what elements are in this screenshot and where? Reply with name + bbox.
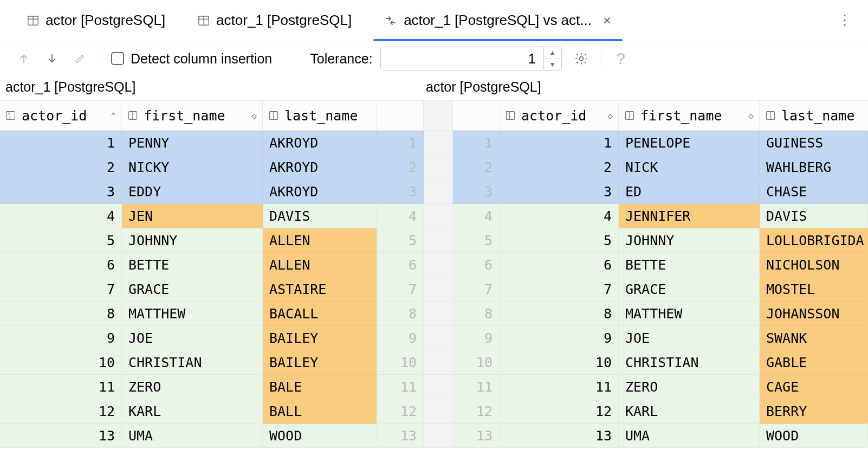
pane-splitter[interactable] xyxy=(424,101,453,130)
row-number-left: 7 xyxy=(377,277,424,302)
cell-actor-id: 13 xyxy=(500,424,619,448)
tolerance-field: ▲ ▼ xyxy=(380,47,562,71)
row-number-left: 5 xyxy=(377,228,424,253)
cell-last-name: DAVIS xyxy=(263,204,377,228)
pane-splitter[interactable] xyxy=(424,131,453,155)
table-row[interactable]: 8MATTHEWBACALL888MATTHEWJOHANSSON xyxy=(0,302,868,326)
cell-actor-id: 4 xyxy=(500,204,619,228)
pane-splitter[interactable] xyxy=(424,204,453,228)
column-header-first-name-right[interactable]: first_name ◇ xyxy=(619,101,760,130)
cell-last-name: WOOD xyxy=(760,424,868,448)
cell-last-name: CHASE xyxy=(760,180,868,204)
cell-first-name: PENELOPE xyxy=(619,131,760,155)
cell-last-name: BAILEY xyxy=(263,326,377,350)
cell-actor-id: 3 xyxy=(500,180,619,204)
table-row[interactable]: 2NICKYAKROYD222NICKWAHLBERG xyxy=(0,155,868,180)
edit-button[interactable] xyxy=(72,50,89,67)
table-row[interactable]: 12KARLBALL121212KARLBERRY xyxy=(0,399,868,424)
pane-splitter[interactable] xyxy=(424,375,453,399)
table-row[interactable]: 11ZEROBALE111111ZEROCAGE xyxy=(0,375,868,399)
column-header-actor-id-left[interactable]: actor_id ⌃ xyxy=(0,101,122,130)
tab-diff[interactable]: actor_1 [PostgreSQL] vs act... ✕ xyxy=(368,0,628,41)
cell-actor-id: 1 xyxy=(500,131,619,155)
column-label: actor_id xyxy=(22,108,87,124)
tab-bar: actor [PostgreSQL] actor_1 [PostgreSQL] … xyxy=(0,0,868,41)
cell-first-name: ZERO xyxy=(122,375,263,399)
cell-first-name: JEN xyxy=(122,204,263,228)
tab-actor[interactable]: actor [PostgreSQL] xyxy=(11,0,182,41)
table-row[interactable]: 7GRACEASTAIRE777GRACEMOSTEL xyxy=(0,277,868,302)
pane-splitter[interactable] xyxy=(424,350,453,375)
cell-actor-id: 5 xyxy=(500,228,619,253)
cell-actor-id: 3 xyxy=(0,180,122,204)
right-pane-title: actor [PostgreSQL] xyxy=(424,76,541,100)
table-row[interactable]: 10CHRISTIANBAILEY101010CHRISTIANGABLE xyxy=(0,350,868,375)
cell-actor-id: 5 xyxy=(0,228,122,253)
cell-first-name: JOHNNY xyxy=(619,228,760,253)
cell-actor-id: 7 xyxy=(0,277,122,302)
row-number-left: 8 xyxy=(377,302,424,326)
column-header-last-name-right[interactable]: last_name xyxy=(760,101,868,130)
svg-rect-14 xyxy=(507,112,515,120)
cell-first-name: KARL xyxy=(122,399,263,424)
table-row[interactable]: 9JOEBAILEY999JOESWANK xyxy=(0,326,868,350)
tab-actor-1[interactable]: actor_1 [PostgreSQL] xyxy=(182,0,368,41)
next-diff-button[interactable] xyxy=(43,50,61,67)
cell-actor-id: 1 xyxy=(0,131,122,155)
pane-splitter[interactable] xyxy=(424,277,453,302)
pane-splitter[interactable] xyxy=(424,424,453,448)
cell-last-name: GABLE xyxy=(760,350,868,375)
row-number-left: 6 xyxy=(377,253,424,277)
cell-last-name: ASTAIRE xyxy=(263,277,377,302)
cell-actor-id: 6 xyxy=(0,253,122,277)
cell-actor-id: 10 xyxy=(500,350,619,375)
row-number-right: 11 xyxy=(453,375,500,399)
cell-first-name: GRACE xyxy=(619,277,760,302)
pane-splitter[interactable] xyxy=(424,326,453,350)
pane-splitter[interactable] xyxy=(424,228,453,253)
cell-last-name: WOOD xyxy=(263,424,377,448)
pane-splitter[interactable] xyxy=(424,180,453,204)
sort-icon: ◇ xyxy=(748,111,754,121)
svg-point-16 xyxy=(508,113,509,114)
row-number-left: 12 xyxy=(377,399,424,424)
cell-actor-id: 4 xyxy=(0,204,122,228)
arrow-down-icon xyxy=(46,53,58,65)
cell-first-name: UMA xyxy=(122,424,263,448)
stepper-down-button[interactable]: ▼ xyxy=(544,59,561,71)
settings-button[interactable] xyxy=(573,50,590,67)
cell-first-name: NICK xyxy=(619,155,760,180)
pane-splitter[interactable] xyxy=(424,253,453,277)
pane-splitter[interactable] xyxy=(424,302,453,326)
detect-column-insertion-checkbox[interactable]: Detect column insertion xyxy=(111,51,272,67)
column-header-actor-id-right[interactable]: actor_id ◇ xyxy=(500,101,619,130)
table-row[interactable]: 6BETTEALLEN666BETTENICHOLSON xyxy=(0,253,868,277)
cell-actor-id: 12 xyxy=(0,399,122,424)
column-header-last-name-left[interactable]: last_name xyxy=(263,101,377,130)
pane-splitter[interactable] xyxy=(424,155,453,180)
cell-last-name: ALLEN xyxy=(263,228,377,253)
key-column-icon xyxy=(505,110,516,121)
table-row[interactable]: 5JOHNNYALLEN555JOHNNYLOLLOBRIGIDA xyxy=(0,228,868,253)
table-row[interactable]: 4JENDAVIS444JENNIFERDAVIS xyxy=(0,204,868,228)
prev-diff-button[interactable] xyxy=(15,50,33,67)
table-row[interactable]: 3EDDYAKROYD333EDCHASE xyxy=(0,180,868,204)
tolerance-input[interactable] xyxy=(381,47,543,70)
table-row[interactable]: 13UMAWOOD131313UMAWOOD xyxy=(0,424,868,448)
cell-actor-id: 2 xyxy=(500,155,619,180)
cell-last-name: LOLLOBRIGIDA xyxy=(760,228,868,253)
column-header-first-name-left[interactable]: first_name ◇ xyxy=(122,101,263,130)
close-icon[interactable]: ✕ xyxy=(598,14,612,27)
tolerance-stepper: ▲ ▼ xyxy=(543,47,561,70)
more-menu-icon[interactable]: ⋮ xyxy=(832,12,857,29)
cell-first-name: CHRISTIAN xyxy=(122,350,263,375)
help-button[interactable]: ? xyxy=(612,50,630,67)
cell-last-name: AKROYD xyxy=(263,180,377,204)
table-row[interactable]: 1PENNYAKROYD111PENELOPEGUINESS xyxy=(0,131,868,155)
row-number-right: 13 xyxy=(453,424,500,448)
row-number-left: 4 xyxy=(377,204,424,228)
cell-first-name: BETTE xyxy=(619,253,760,277)
column-label: last_name xyxy=(781,108,854,124)
stepper-up-button[interactable]: ▲ xyxy=(544,47,561,59)
pane-splitter[interactable] xyxy=(424,399,453,424)
